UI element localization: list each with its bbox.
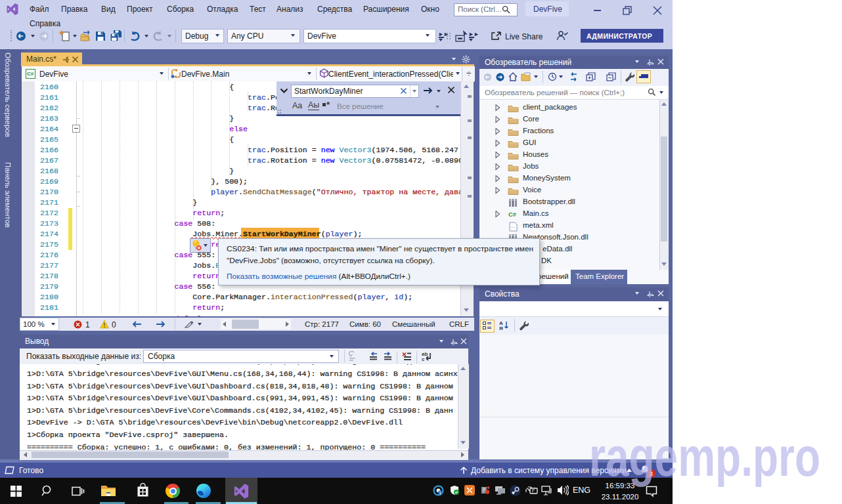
svg-text:c: c [422,356,425,362]
svg-text:Я: Я [499,326,503,331]
svg-text:···: ··· [510,225,515,230]
svg-text:i: i [439,491,441,495]
